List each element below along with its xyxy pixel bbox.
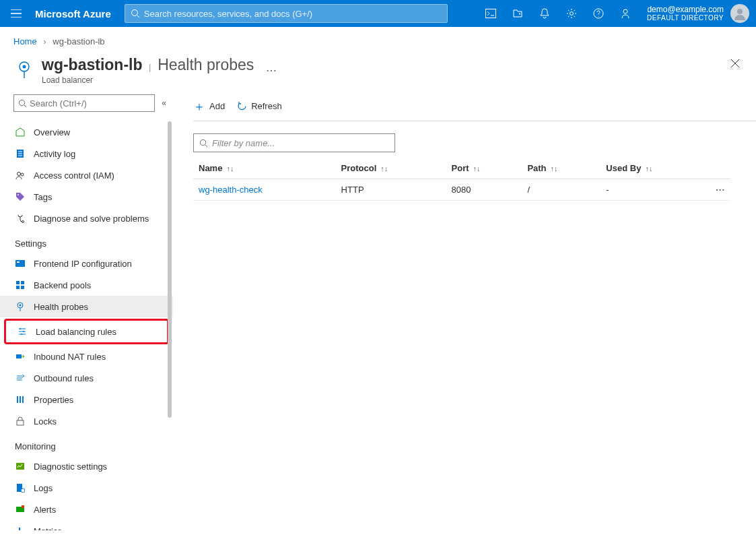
- sidebar-item-access-control[interactable]: Access control (IAM): [0, 164, 173, 186]
- svg-point-51: [200, 139, 205, 145]
- column-header-port[interactable]: Port↑↓: [446, 158, 522, 179]
- sort-icon: ↑↓: [551, 164, 558, 172]
- feedback-icon[interactable]: [612, 0, 639, 27]
- column-header-used-by[interactable]: Used By↑↓: [600, 158, 710, 179]
- global-search-input[interactable]: [144, 9, 442, 19]
- help-icon[interactable]: [585, 0, 612, 27]
- svg-point-18: [18, 194, 19, 195]
- sidebar-item-label: Metrics: [34, 526, 62, 531]
- sidebar-item-label: Health probes: [34, 302, 88, 312]
- sidebar-section-settings: Settings: [0, 229, 173, 253]
- top-header: Microsoft Azure demo@example.com DEFAULT…: [0, 0, 756, 27]
- sidebar-item-label: Access control (IAM): [34, 170, 114, 181]
- directories-icon[interactable]: [504, 0, 531, 27]
- sidebar-item-label: Tags: [34, 192, 52, 202]
- breadcrumb-home[interactable]: Home: [13, 36, 37, 46]
- plus-icon: ＋: [193, 100, 205, 113]
- add-button[interactable]: ＋ Add: [193, 100, 225, 113]
- filter-input[interactable]: [212, 138, 389, 148]
- refresh-button[interactable]: Refresh: [237, 101, 282, 111]
- sidebar-item-logs[interactable]: Logs: [0, 477, 173, 499]
- sidebar-item-inbound-nat[interactable]: Inbound NAT rules: [0, 346, 173, 367]
- svg-point-10: [19, 100, 24, 105]
- table-row[interactable]: wg-health-check HTTP 8080 / - ···: [193, 179, 730, 201]
- svg-point-5: [623, 9, 627, 13]
- logs-icon: [15, 482, 26, 493]
- search-icon: [18, 99, 27, 108]
- column-header-protocol[interactable]: Protocol↑↓: [336, 158, 446, 179]
- probe-name-link[interactable]: wg-health-check: [199, 185, 263, 195]
- refresh-icon: [237, 101, 247, 111]
- hamburger-icon: [11, 9, 22, 18]
- svg-rect-23: [21, 281, 24, 284]
- load-balancing-rules-icon: [17, 326, 28, 337]
- sidebar-item-label: Backend pools: [34, 280, 91, 290]
- svg-line-1: [137, 15, 139, 18]
- sidebar-item-overview[interactable]: Overview: [0, 121, 173, 143]
- sidebar-item-outbound-rules[interactable]: Outbound rules: [0, 367, 173, 389]
- sidebar-item-label: Diagnostic settings: [34, 462, 107, 472]
- global-search[interactable]: [125, 4, 448, 23]
- sidebar-item-alerts[interactable]: Alerts: [0, 499, 173, 520]
- sidebar-item-label: Diagnose and solve problems: [34, 214, 149, 224]
- row-context-menu[interactable]: ···: [710, 179, 730, 201]
- sidebar-item-metrics[interactable]: Metrics: [0, 520, 173, 530]
- avatar[interactable]: [730, 4, 749, 23]
- svg-rect-22: [16, 281, 20, 284]
- sidebar-item-activity-log[interactable]: Activity log: [0, 143, 173, 164]
- svg-rect-21: [17, 261, 20, 263]
- sidebar-item-frontend-ip[interactable]: Frontend IP configuration: [0, 253, 173, 274]
- svg-point-6: [737, 9, 743, 14]
- account-info[interactable]: demo@example.com DEFAULT DIRECTORY: [639, 5, 728, 22]
- close-button[interactable]: [728, 56, 743, 71]
- page-section-title: Health probes: [158, 56, 254, 73]
- sidebar-item-health-probes[interactable]: Health probes: [0, 296, 173, 317]
- sidebar-item-label: Locks: [34, 416, 57, 427]
- command-bar: ＋ Add Refresh: [193, 92, 756, 121]
- notifications-icon[interactable]: [531, 0, 558, 27]
- refresh-button-label: Refresh: [251, 101, 282, 111]
- page-title-bar: wg-bastion-lb | Health probes Load balan…: [0, 56, 756, 92]
- avatar-icon: [733, 7, 747, 20]
- svg-rect-20: [15, 260, 25, 267]
- settings-icon[interactable]: [558, 0, 585, 27]
- activity-log-icon: [15, 148, 26, 159]
- sidebar-item-properties[interactable]: Properties: [0, 389, 173, 410]
- cloud-shell-icon[interactable]: [477, 0, 504, 27]
- hamburger-menu[interactable]: [0, 9, 32, 18]
- sidebar-search-input[interactable]: [30, 98, 150, 108]
- search-icon: [199, 139, 208, 148]
- health-probes-icon: [15, 301, 26, 312]
- column-header-name[interactable]: Name↑↓: [193, 158, 336, 179]
- load-balancer-icon: [13, 59, 35, 80]
- sidebar-item-label: Alerts: [34, 505, 56, 515]
- metrics-icon: [15, 526, 26, 530]
- svg-point-17: [21, 173, 24, 176]
- collapse-sidebar-button[interactable]: «: [162, 98, 166, 108]
- outbound-rules-icon: [15, 373, 26, 383]
- column-header-path[interactable]: Path↑↓: [522, 158, 600, 179]
- sidebar-item-backend-pools[interactable]: Backend pools: [0, 274, 173, 296]
- lock-icon: [15, 416, 26, 427]
- sidebar-section-monitoring: Monitoring: [0, 432, 173, 455]
- breadcrumb: Home › wg-bastion-lb: [0, 27, 756, 56]
- svg-line-52: [205, 144, 207, 146]
- sort-icon: ↑↓: [226, 164, 234, 172]
- frontend-ip-icon: [15, 258, 26, 269]
- tags-icon: [15, 191, 26, 202]
- sidebar-item-tags[interactable]: Tags: [0, 186, 173, 208]
- sidebar-item-diagnostic-settings[interactable]: Diagnostic settings: [0, 455, 173, 477]
- sidebar-item-diagnose[interactable]: Diagnose and solve problems: [0, 208, 173, 229]
- sidebar-search[interactable]: [13, 94, 155, 112]
- svg-point-27: [20, 305, 22, 307]
- account-email: demo@example.com: [647, 5, 724, 14]
- svg-rect-24: [16, 286, 20, 289]
- scrollbar-thumb[interactable]: [168, 121, 172, 418]
- sidebar-item-label: Load balancing rules: [36, 327, 116, 337]
- sidebar-item-locks[interactable]: Locks: [0, 410, 173, 432]
- sidebar-item-load-balancing-rules[interactable]: Load balancing rules: [6, 321, 167, 342]
- more-actions-icon[interactable]: ⋯: [266, 64, 277, 77]
- filter-box[interactable]: [193, 133, 395, 152]
- search-icon: [131, 9, 140, 18]
- brand-label[interactable]: Microsoft Azure: [32, 8, 125, 20]
